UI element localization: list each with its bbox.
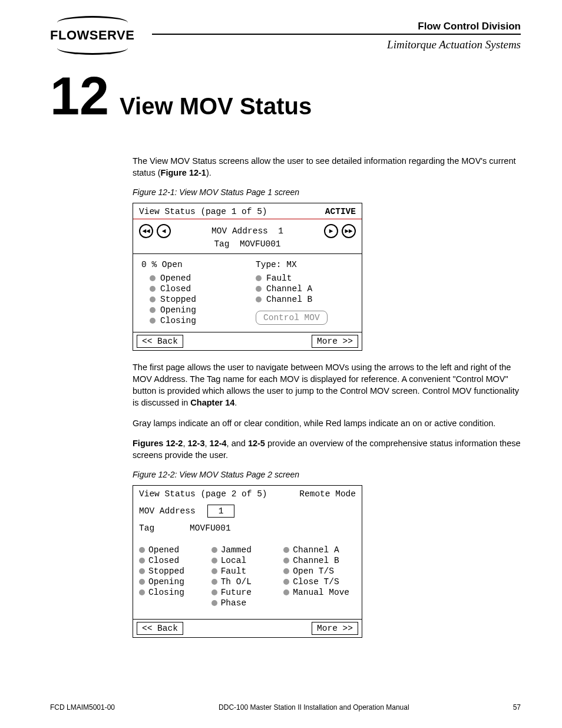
lamp-label: Channel B <box>293 556 339 565</box>
lamp-icon <box>211 558 217 564</box>
chapter-heading: 12 View MOV Status <box>50 75 521 120</box>
lamp-row: Future <box>211 587 284 598</box>
open-percent: 0 % Open <box>141 260 247 269</box>
back-button[interactable]: << Back <box>137 335 183 348</box>
lamp-row: Channel B <box>247 294 353 305</box>
lamp-icon <box>150 286 156 292</box>
panel1-status: ACTIVE <box>325 207 356 216</box>
lamp-label: Fault <box>266 274 292 283</box>
lamp-row: Channel B <box>283 555 356 566</box>
fig-ref: 12-3 <box>187 439 204 448</box>
paragraph-2: The first page allows the user to naviga… <box>133 361 521 409</box>
fig-ref: 12-4 <box>210 439 227 448</box>
lamp-label: Local <box>221 556 247 565</box>
header-rule <box>152 34 521 35</box>
lamp-label: Manual Move <box>293 588 349 597</box>
lamp-icon <box>139 579 145 585</box>
paragraph-4: Figures 12-2, 12-3, 12-4, and 12-5 provi… <box>133 437 521 462</box>
lamp-row: Open T/S <box>283 566 356 577</box>
type-label: Type: MX <box>247 260 353 269</box>
lamp-icon <box>283 589 289 595</box>
lamp-row: Fault <box>247 273 353 284</box>
lamp-icon <box>211 579 217 585</box>
footer-page-number: 57 <box>513 703 521 711</box>
lamp-row: Close T/S <box>283 577 356 587</box>
text: , <box>205 439 210 448</box>
lamp-icon <box>256 275 262 281</box>
figure-12-2-caption: Figure 12-2: View MOV Status Page 2 scre… <box>133 470 521 479</box>
lamp-label: Channel B <box>266 295 312 304</box>
lamp-row: Closed <box>139 555 211 566</box>
paragraph-3: Gray lamps indicate an off or clear cond… <box>133 417 521 429</box>
lamp-label: Channel A <box>293 545 339 555</box>
lamp-label: Closing <box>148 588 184 597</box>
chapter-ref: Chapter 14 <box>190 398 234 407</box>
lamp-label: Th O/L <box>221 577 252 587</box>
lamp-row: Channel A <box>283 545 356 555</box>
figure-12-1-caption: Figure 12-1: View MOV Status Page 1 scre… <box>133 187 521 197</box>
lamp-row: Opening <box>139 577 211 587</box>
page-header: FLOWSERVE Flow Control Division Limitorq… <box>50 21 521 51</box>
lamp-label: Phase <box>221 598 247 608</box>
lamp-row: Jammed <box>211 545 284 555</box>
figure-ref: Figure 12-1 <box>161 168 206 177</box>
footer-center: DDC-100 Master Station II Installation a… <box>219 703 409 711</box>
lamp-label: Closing <box>160 316 196 325</box>
lamp-row: Manual Move <box>283 587 356 598</box>
panel2-tag-value: MOVFU001 <box>190 523 231 533</box>
control-mov-button[interactable]: Control MOV <box>256 311 328 325</box>
nav-first-icon[interactable]: ◀◀ <box>139 224 153 238</box>
tag-label: Tag <box>214 239 229 249</box>
tag-row: Tag MOVFU001 <box>133 239 362 254</box>
lamp-icon <box>256 286 262 292</box>
lamp-icon <box>150 318 156 324</box>
more-button[interactable]: More >> <box>312 622 358 635</box>
back-button[interactable]: << Back <box>137 622 183 635</box>
lamp-label: Closed <box>148 556 179 565</box>
nav-last-icon[interactable]: ▶▶ <box>342 224 356 238</box>
lamp-label: Jammed <box>221 545 252 555</box>
footer-left: FCD LMAIM5001-00 <box>50 703 115 711</box>
lamp-label: Stopped <box>148 566 184 576</box>
lamp-row: Fault <box>211 566 284 577</box>
panel2-addr-value: 1 <box>207 505 235 518</box>
lamp-icon <box>211 589 217 595</box>
lamp-row: Closed <box>141 284 247 294</box>
text: ). <box>206 168 211 177</box>
lamp-row: Phase <box>211 598 284 608</box>
panel2-mode: Remote Mode <box>299 489 356 499</box>
lamp-row: Local <box>211 555 284 566</box>
lamp-row: Channel A <box>247 284 353 294</box>
lamp-icon <box>211 547 217 553</box>
view-status-panel-1: View Status (page 1 of 5) ACTIVE ◀◀ ◀ MO… <box>133 203 362 351</box>
nav-prev-icon[interactable]: ◀ <box>157 224 171 238</box>
more-button[interactable]: More >> <box>312 335 358 348</box>
panel2-tag-label: Tag <box>139 523 154 533</box>
lamp-row: Stopped <box>141 294 247 305</box>
lamp-icon <box>211 600 217 606</box>
lamp-label: Opened <box>160 274 191 283</box>
nav-next-icon[interactable]: ▶ <box>324 224 338 238</box>
lamp-icon <box>150 275 156 281</box>
lamp-label: Opened <box>148 545 179 555</box>
lamp-row: Opened <box>139 545 211 555</box>
lamp-label: Stopped <box>160 295 196 304</box>
text: . <box>234 398 237 407</box>
addr-label-text: MOV Address <box>211 226 268 236</box>
fig-ref: 12-5 <box>248 439 265 448</box>
lamp-label: Open T/S <box>293 566 334 576</box>
lamp-icon <box>283 547 289 553</box>
lamp-icon <box>211 568 217 574</box>
fig-ref: Figures 12-2 <box>133 439 183 448</box>
text: , and <box>227 439 248 448</box>
addr-value: 1 <box>278 226 283 236</box>
flowserve-logo: FLOWSERVE <box>50 21 134 50</box>
chapter-title: View MOV Status <box>120 93 312 120</box>
lamp-row: Th O/L <box>211 577 284 587</box>
lamp-row: Opening <box>141 305 247 315</box>
panel2-addr-label: MOV Address <box>139 506 196 516</box>
mov-address-label: MOV Address 1 <box>174 226 320 236</box>
header-subtitle: Limitorque Actuation Systems <box>152 38 521 51</box>
lamp-icon <box>139 547 145 553</box>
intro-paragraph: The View MOV Status screens allow the us… <box>133 155 521 179</box>
